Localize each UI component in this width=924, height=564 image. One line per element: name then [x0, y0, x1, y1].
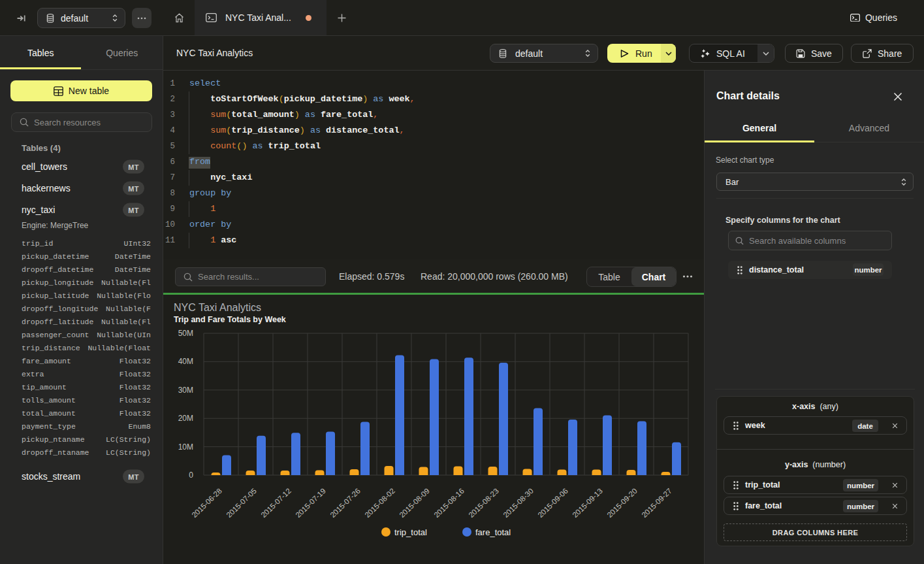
svg-text:2015-06-28: 2015-06-28 [190, 487, 223, 519]
svg-text:2015-09-13: 2015-09-13 [571, 487, 604, 519]
svg-text:40M: 40M [178, 357, 193, 366]
svg-text:10M: 10M [178, 442, 193, 452]
svg-text:30M: 30M [178, 386, 193, 395]
svg-text:2015-08-09: 2015-08-09 [398, 487, 431, 519]
svg-text:20M: 20M [178, 414, 193, 423]
svg-text:2015-07-26: 2015-07-26 [328, 487, 362, 519]
svg-text:2015-09-06: 2015-09-06 [536, 487, 569, 519]
svg-text:2015-09-27: 2015-09-27 [640, 487, 673, 519]
svg-text:trip_total: trip_total [394, 527, 427, 537]
svg-text:2015-07-05: 2015-07-05 [225, 487, 258, 519]
svg-text:0: 0 [189, 471, 193, 480]
svg-text:50M: 50M [178, 329, 193, 338]
svg-text:2015-08-30: 2015-08-30 [502, 487, 535, 519]
svg-text:2015-07-19: 2015-07-19 [294, 487, 327, 519]
svg-text:2015-09-20: 2015-09-20 [605, 487, 639, 519]
svg-text:fare_total: fare_total [475, 527, 511, 537]
svg-text:2015-07-12: 2015-07-12 [259, 487, 293, 519]
svg-text:2015-08-23: 2015-08-23 [467, 487, 500, 519]
svg-text:2015-08-02: 2015-08-02 [363, 487, 396, 519]
svg-text:2015-08-16: 2015-08-16 [432, 487, 466, 519]
